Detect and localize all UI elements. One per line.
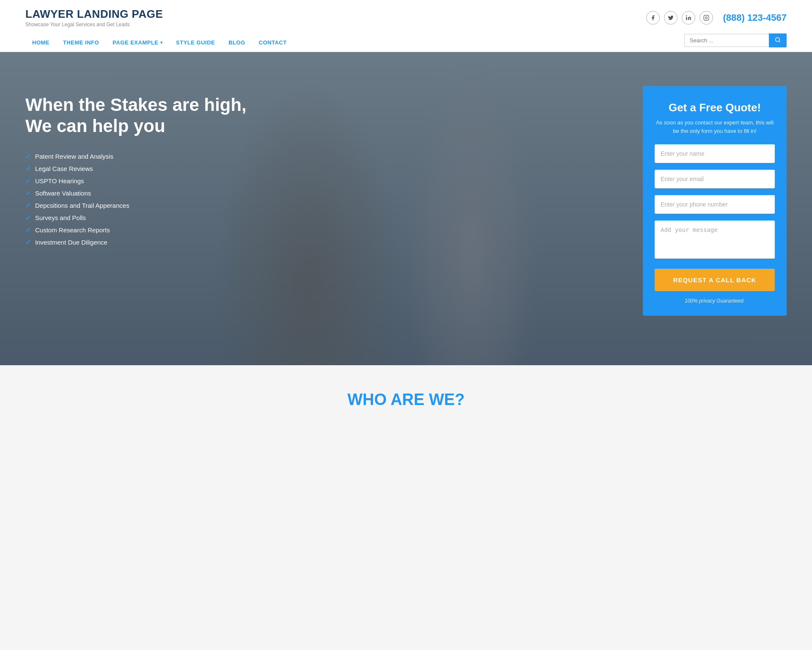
- privacy-note: 100% privacy Guaranteed.: [655, 298, 775, 304]
- message-field-wrapper: [655, 220, 775, 260]
- search-button[interactable]: [769, 33, 787, 47]
- svg-point-3: [776, 38, 779, 41]
- header-top: LAWYER LANDING PAGE Showcase Your Legal …: [25, 8, 787, 33]
- logo-area: LAWYER LANDING PAGE Showcase Your Legal …: [25, 8, 163, 28]
- check-icon: ✓: [25, 214, 31, 222]
- check-icon: ✓: [25, 238, 31, 246]
- nav-links: HOME THEME INFO PAGE EXAMPLE ▾ STYLE GUI…: [25, 33, 294, 52]
- hero-checklist: ✓Patent Review and Analysis ✓Legal Case …: [25, 152, 626, 246]
- phone-number: (888) 123-4567: [723, 12, 787, 23]
- hero-left: When the Stakes are high, We can help yo…: [25, 86, 626, 246]
- below-hero-section: WHO ARE WE?: [0, 365, 812, 417]
- nav-home[interactable]: HOME: [25, 33, 56, 52]
- list-item: ✓Investment Due Diligence: [25, 238, 626, 246]
- hero-section: When the Stakes are high, We can help yo…: [0, 52, 812, 365]
- logo-subtitle: Showcase Your Legal Services and Get Lea…: [25, 22, 163, 28]
- email-field-wrapper: [655, 170, 775, 188]
- nav-theme-info[interactable]: THEME INFO: [56, 33, 106, 52]
- linkedin-icon[interactable]: [682, 11, 695, 25]
- list-item: ✓Surveys and Polls: [25, 214, 626, 222]
- social-icons: [646, 11, 713, 25]
- header: LAWYER LANDING PAGE Showcase Your Legal …: [0, 0, 812, 52]
- main-nav: HOME THEME INFO PAGE EXAMPLE ▾ STYLE GUI…: [25, 33, 787, 52]
- search-input[interactable]: [684, 34, 769, 47]
- phone-input[interactable]: [655, 195, 775, 214]
- list-item: ✓Depcsitions and Trail Apperances: [25, 201, 626, 209]
- header-right: (888) 123-4567: [646, 11, 787, 25]
- nav-blog[interactable]: BLOG: [222, 33, 252, 52]
- list-item: ✓Software Valuations: [25, 189, 626, 197]
- phone-field-wrapper: [655, 195, 775, 214]
- nav-page-example[interactable]: PAGE EXAMPLE ▾: [106, 33, 169, 52]
- hero-content: When the Stakes are high, We can help yo…: [0, 52, 812, 365]
- svg-line-4: [779, 41, 780, 42]
- twitter-icon[interactable]: [664, 11, 678, 25]
- list-item: ✓USPTO Hearings: [25, 177, 626, 185]
- list-item: ✓Legal Case Reviews: [25, 165, 626, 173]
- instagram-icon[interactable]: [700, 11, 713, 25]
- name-field-wrapper: [655, 144, 775, 163]
- email-input[interactable]: [655, 170, 775, 188]
- logo-title: LAWYER LANDING PAGE: [25, 8, 163, 21]
- quote-form-title: Get a Free Quote!: [655, 101, 775, 114]
- check-icon: ✓: [25, 152, 31, 160]
- nav-contact[interactable]: CONTACT: [252, 33, 294, 52]
- check-icon: ✓: [25, 177, 31, 185]
- check-icon: ✓: [25, 165, 31, 173]
- svg-point-0: [686, 15, 687, 16]
- nav-search: [684, 33, 787, 47]
- check-icon: ✓: [25, 226, 31, 234]
- who-are-we-heading: WHO ARE WE?: [25, 391, 787, 409]
- quote-form-subtitle: As soon as you contact our expert team, …: [655, 118, 775, 135]
- message-textarea[interactable]: [655, 220, 775, 259]
- list-item: ✓Patent Review and Analysis: [25, 152, 626, 160]
- dropdown-arrow: ▾: [160, 40, 163, 45]
- check-icon: ✓: [25, 189, 31, 197]
- check-icon: ✓: [25, 201, 31, 209]
- list-item: ✓Custom Research Reports: [25, 226, 626, 234]
- nav-style-guide[interactable]: STYLE GUIDE: [169, 33, 222, 52]
- svg-rect-1: [704, 15, 709, 20]
- name-input[interactable]: [655, 144, 775, 163]
- facebook-icon[interactable]: [646, 11, 660, 25]
- submit-button[interactable]: REQUEST A CALL BACK: [655, 269, 775, 291]
- hero-headline: When the Stakes are high, We can help yo…: [25, 94, 626, 137]
- quote-form-container: Get a Free Quote! As soon as you contact…: [643, 86, 787, 316]
